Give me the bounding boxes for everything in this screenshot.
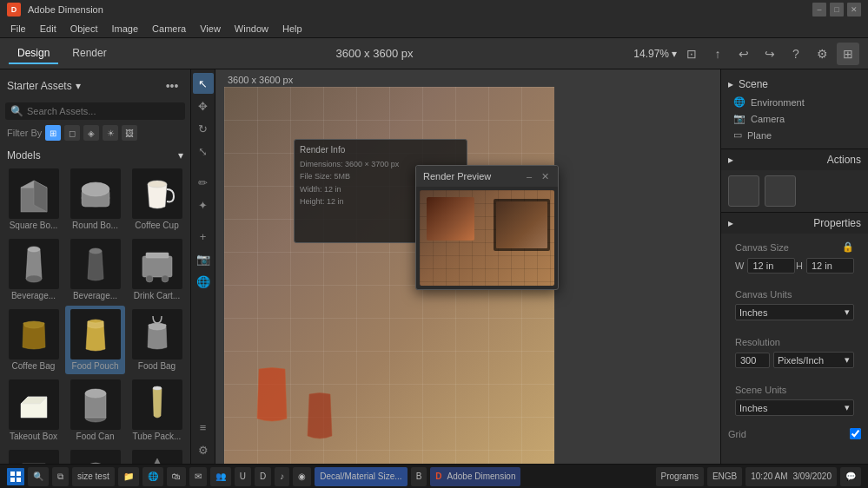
scene-units-select[interactable]: Inches ▾ — [735, 399, 854, 416]
model-item-beverage1[interactable]: Beverage... — [3, 235, 63, 304]
menu-window[interactable]: Window — [228, 19, 275, 37]
menu-camera[interactable]: Camera — [145, 19, 193, 37]
actions-section-header[interactable]: ▸ Actions — [721, 148, 868, 170]
titlebar: D Adobe Dimension – □ ✕ — [0, 0, 868, 19]
view-toggle-button[interactable]: ⊞ — [837, 43, 859, 65]
filter-material-icon[interactable]: ◈ — [83, 125, 99, 141]
width-input[interactable]: 12 in — [747, 258, 795, 274]
settings-button[interactable]: ⚙ — [193, 439, 214, 460]
canvas-units-select[interactable]: Inches ▾ — [735, 304, 854, 320]
close-button[interactable]: ✕ — [847, 3, 861, 16]
height-input[interactable]: 12 in — [806, 258, 854, 274]
more-button[interactable]: ⚙ — [811, 43, 833, 65]
render-preview-minimize-button[interactable]: – — [523, 170, 535, 182]
taskbar-file-explorer[interactable]: 📁 — [118, 467, 139, 486]
render-preview-close-button[interactable]: ✕ — [539, 170, 551, 182]
model-item-round-box[interactable]: Round Bo... — [65, 165, 125, 234]
canvas-area[interactable]: 3600 x 3600 px Render Info Dimensions: 3… — [215, 69, 720, 464]
camera-tool-button[interactable]: 📷 — [193, 248, 214, 269]
zoom-chevron-icon[interactable]: ▾ — [672, 48, 677, 60]
move-tool-button[interactable]: ✥ — [193, 96, 214, 116]
select-tool-button[interactable]: ↖ — [193, 73, 214, 94]
model-label-food-can: Food Can — [67, 432, 123, 441]
menu-edit[interactable]: Edit — [33, 19, 63, 37]
magic-tool-button[interactable]: ✦ — [193, 195, 214, 215]
scene-item-plane[interactable]: ▭ Plane — [728, 127, 861, 143]
model-item-coffee-bag[interactable]: Coffee Bag — [3, 306, 63, 374]
scene-plane-label: Plane — [747, 130, 772, 141]
lock-icon[interactable]: 🔒 — [842, 241, 854, 253]
grid-checkbox[interactable] — [850, 428, 861, 439]
taskbar-unreal[interactable]: U — [235, 467, 251, 486]
menu-image[interactable]: Image — [105, 19, 146, 37]
taskbar-spotify[interactable]: ♪ — [275, 467, 289, 486]
share-button[interactable]: ↑ — [706, 43, 729, 65]
models-collapse-icon[interactable]: ▾ — [178, 149, 183, 162]
model-item-tube-pack[interactable]: Tube Pack... — [127, 376, 187, 445]
taskbar-mail[interactable]: ✉ — [189, 467, 207, 486]
taskbar-browser[interactable]: 🌐 — [142, 467, 163, 486]
resolution-unit-select[interactable]: Pixels/Inch ▾ — [773, 352, 854, 368]
model-item-food-can[interactable]: Food Can — [65, 376, 125, 445]
scale-tool-button[interactable]: ⤡ — [193, 141, 214, 162]
action-thumb-2[interactable] — [765, 175, 796, 207]
resolution-input[interactable]: 300 — [735, 353, 770, 368]
help-button[interactable]: ? — [785, 43, 807, 65]
model-item-takeout-box[interactable]: Takeout Box — [3, 376, 63, 445]
minimize-button[interactable]: – — [812, 3, 826, 16]
starter-assets-button[interactable]: Starter Assets ▾ — [7, 80, 81, 92]
filter-3d-icon[interactable]: ◻ — [64, 125, 80, 141]
menu-view[interactable]: View — [193, 19, 228, 37]
square-box-icon — [10, 170, 57, 217]
taskbar-decal[interactable]: Decal/Material Size... — [315, 467, 407, 486]
taskbar-task-view[interactable]: ⧉ — [52, 467, 69, 486]
taskbar-size-test[interactable]: size test — [72, 467, 115, 486]
starter-assets-label: Starter Assets — [7, 80, 72, 92]
taskbar-blender[interactable]: B — [411, 467, 427, 486]
model-item-food-bag[interactable]: Food Bag — [127, 306, 187, 374]
model-item-food-pouch[interactable]: Food Pouch — [65, 306, 125, 374]
model-item-coffee-cup[interactable]: Coffee Cup — [127, 165, 187, 234]
windows-start-button[interactable] — [7, 468, 24, 485]
taskbar-chrome[interactable]: ◉ — [293, 467, 311, 486]
paint-tool-button[interactable]: ✏ — [193, 172, 214, 193]
statusbar: 🔍 ⧉ size test 📁 🌐 🛍 ✉ 👥 U D ♪ ◉ Decal/Ma… — [0, 464, 868, 488]
add-model-button[interactable]: + — [193, 226, 214, 247]
scene-item-environment[interactable]: 🌐 Environment — [728, 94, 861, 110]
layers-button[interactable]: ≡ — [193, 417, 214, 438]
panel-more-button[interactable]: ••• — [161, 75, 183, 97]
model-item-15[interactable]: Item... — [127, 446, 187, 464]
model-item-14[interactable]: Item... — [65, 446, 125, 464]
model-item-beverage2[interactable]: Beverage... — [65, 235, 125, 304]
model-item-13[interactable]: Item... — [3, 446, 63, 464]
taskbar-adobe-dimension[interactable]: D Adobe Dimension — [430, 467, 520, 486]
action-thumb-1[interactable] — [728, 175, 759, 207]
filter-image-icon[interactable]: 🖼 — [122, 125, 137, 141]
taskbar-engb[interactable]: ENGB — [707, 467, 742, 486]
notification-icon[interactable]: 💬 — [840, 467, 861, 486]
taskbar-store[interactable]: 🛍 — [167, 467, 186, 486]
properties-section-header[interactable]: ▸ Properties — [721, 212, 868, 234]
taskbar-discord[interactable]: D — [255, 467, 271, 486]
menu-help[interactable]: Help — [275, 19, 309, 37]
undo-button[interactable]: ↩ — [732, 43, 755, 65]
menu-object[interactable]: Object — [63, 19, 105, 37]
model-item-square-box[interactable]: Square Bo... — [3, 165, 63, 234]
rotate-tool-button[interactable]: ↻ — [193, 118, 214, 139]
menu-file[interactable]: File — [3, 19, 33, 37]
scene-item-camera[interactable]: 📷 Camera — [728, 110, 861, 127]
search-input[interactable] — [27, 106, 180, 116]
model-item-drink-cart[interactable]: Drink Cart... — [127, 235, 187, 304]
maximize-button[interactable]: □ — [830, 3, 844, 16]
canvas-units-section: Canvas Units Inches ▾ — [721, 281, 868, 329]
taskbar-teams[interactable]: 👥 — [210, 467, 231, 486]
fit-view-button[interactable]: ⊡ — [680, 43, 703, 65]
redo-button[interactable]: ↪ — [759, 43, 781, 65]
programs-label[interactable]: Programs — [656, 467, 704, 486]
taskbar-search[interactable]: 🔍 — [28, 467, 49, 486]
filter-all-icon[interactable]: ⊞ — [45, 125, 61, 141]
filter-light-icon[interactable]: ☀ — [103, 125, 118, 141]
tab-design[interactable]: Design — [9, 43, 58, 64]
environment-tool-button[interactable]: 🌐 — [193, 271, 214, 292]
tab-render[interactable]: Render — [63, 43, 115, 64]
